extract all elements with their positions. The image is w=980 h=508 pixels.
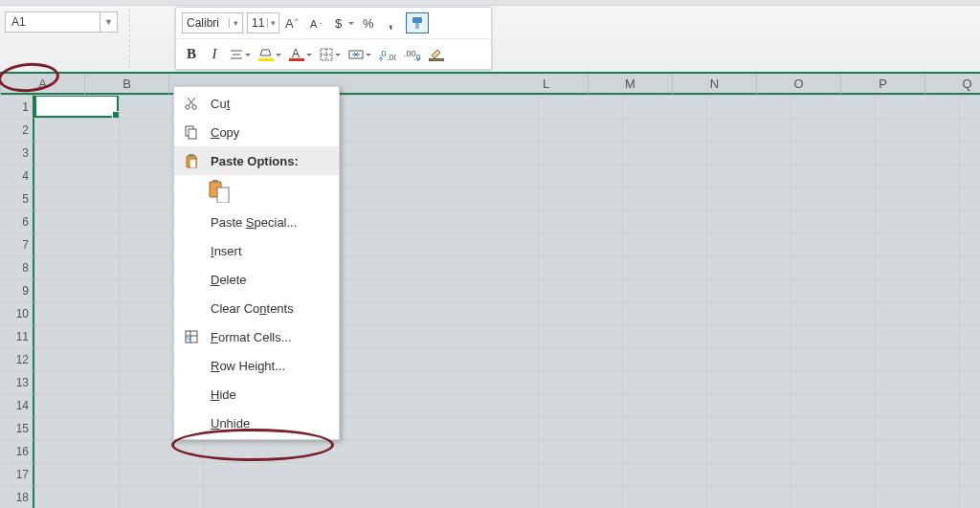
painter-swatch bbox=[429, 58, 444, 61]
svg-text:^: ^ bbox=[295, 16, 299, 25]
paste-icon bbox=[209, 180, 230, 203]
row-header[interactable]: 12 bbox=[0, 347, 34, 370]
svg-text:A: A bbox=[310, 18, 318, 30]
context-menu-item-label: Delete bbox=[211, 273, 247, 287]
fill-color-swatch bbox=[258, 58, 274, 61]
row-header[interactable]: 13 bbox=[0, 370, 34, 393]
row-header[interactable]: 16 bbox=[0, 439, 34, 462]
font-size-combo[interactable]: 11 ▾ bbox=[247, 12, 279, 33]
row-header[interactable]: 14 bbox=[0, 393, 34, 416]
merge-center-button[interactable] bbox=[346, 43, 373, 66]
context-menu: CutCopyPaste Options:Paste Special...Ins… bbox=[173, 86, 340, 440]
svg-text:.0: .0 bbox=[379, 49, 387, 58]
window-titlebar-strip bbox=[0, 0, 980, 6]
row-header[interactable]: 3 bbox=[0, 141, 34, 164]
row-header[interactable]: 9 bbox=[0, 278, 34, 301]
svg-text:,: , bbox=[389, 16, 392, 30]
row-headers: 123456789101112131415161718 bbox=[0, 95, 34, 508]
svg-rect-27 bbox=[189, 159, 196, 168]
context-menu-item-label: Paste Options: bbox=[211, 154, 299, 168]
paintbrush-icon bbox=[410, 15, 425, 31]
context-menu-item[interactable]: Hide bbox=[174, 380, 339, 409]
accounting-number-format-button[interactable]: $ bbox=[333, 11, 356, 34]
align-center-button[interactable] bbox=[228, 43, 253, 66]
borders-button[interactable] bbox=[318, 43, 343, 66]
row-header[interactable]: 17 bbox=[0, 462, 34, 485]
context-menu-item[interactable]: Cut bbox=[174, 89, 339, 118]
paste-icon bbox=[182, 151, 201, 170]
format-painter-brush-button[interactable] bbox=[427, 43, 446, 66]
svg-point-22 bbox=[192, 105, 196, 109]
row-header[interactable]: 11 bbox=[0, 324, 34, 347]
row-header[interactable]: 8 bbox=[0, 255, 34, 278]
context-menu-item-label: Paste Special... bbox=[211, 215, 297, 230]
column-header[interactable]: M bbox=[589, 75, 673, 95]
context-menu-item-label: Clear Contents bbox=[211, 301, 294, 316]
svg-point-21 bbox=[186, 105, 189, 109]
row-header[interactable]: 2 bbox=[0, 118, 34, 141]
row-header[interactable]: 18 bbox=[0, 485, 34, 508]
brush-icon bbox=[430, 48, 443, 58]
row-header[interactable]: 15 bbox=[0, 416, 34, 439]
italic-button[interactable]: I bbox=[205, 43, 224, 66]
column-header[interactable]: L bbox=[504, 75, 589, 95]
comma-style-button[interactable]: , bbox=[383, 11, 402, 34]
svg-rect-8 bbox=[415, 23, 419, 29]
row-header[interactable]: 1 bbox=[0, 95, 34, 118]
row-header[interactable]: 7 bbox=[0, 232, 34, 255]
context-menu-item-label: Unhide bbox=[211, 416, 250, 431]
copy-icon bbox=[182, 122, 201, 142]
chevron-down-icon: ▾ bbox=[267, 18, 278, 28]
font-name-combo[interactable]: Calibri ▾ bbox=[182, 12, 243, 33]
context-menu-item[interactable]: Paste Options: bbox=[174, 146, 339, 175]
svg-text:%: % bbox=[363, 16, 374, 30]
bold-button[interactable]: B bbox=[182, 43, 201, 66]
context-menu-paste-option[interactable] bbox=[174, 175, 339, 208]
context-menu-item[interactable]: Unhide bbox=[174, 409, 339, 437]
fill-color-button[interactable] bbox=[256, 43, 283, 66]
column-header[interactable]: O bbox=[757, 75, 841, 95]
font-color-button[interactable]: A bbox=[287, 43, 314, 66]
context-menu-item[interactable]: %Format Cells... bbox=[174, 322, 339, 351]
decrease-font-size-button[interactable]: Aˇ bbox=[308, 11, 329, 34]
name-box[interactable]: A1 ▼ bbox=[5, 11, 118, 33]
context-menu-item-label: Hide bbox=[211, 387, 236, 402]
context-menu-item[interactable]: Clear Contents bbox=[174, 294, 339, 322]
align-icon bbox=[230, 49, 243, 60]
row-header[interactable]: 5 bbox=[0, 187, 34, 210]
context-menu-item[interactable]: Copy bbox=[174, 118, 339, 146]
context-menu-item[interactable]: Row Height... bbox=[174, 351, 339, 380]
percent-style-button[interactable]: % bbox=[360, 11, 379, 34]
column-header[interactable]: P bbox=[841, 75, 925, 95]
spreadsheet-grid: ABLMNOPQ 123456789101112131415161718 bbox=[0, 74, 980, 508]
decrease-decimal-button[interactable]: .00.0 bbox=[402, 43, 423, 66]
svg-text:A: A bbox=[292, 48, 300, 58]
merge-icon bbox=[348, 48, 364, 61]
row-header[interactable]: 10 bbox=[0, 301, 34, 324]
name-box-dropdown-icon[interactable]: ▼ bbox=[100, 12, 117, 32]
svg-rect-26 bbox=[189, 154, 194, 157]
context-menu-item[interactable]: Insert bbox=[174, 236, 339, 265]
column-header[interactable]: B bbox=[85, 75, 169, 95]
row-header[interactable]: 4 bbox=[0, 164, 34, 187]
column-header[interactable]: A bbox=[1, 75, 85, 95]
font-size-value: 11 bbox=[248, 16, 267, 30]
context-menu-item-label: Format Cells... bbox=[211, 330, 292, 344]
format-painter-button[interactable] bbox=[406, 12, 429, 33]
increase-font-size-button[interactable]: A^ bbox=[283, 11, 304, 34]
svg-rect-30 bbox=[217, 188, 229, 203]
mini-toolbar-area: A1 ▼ Calibri ▾ 11 ▾ A^ Aˇ $ % bbox=[0, 0, 980, 74]
column-header[interactable]: N bbox=[673, 75, 757, 95]
font-name-value: Calibri bbox=[183, 16, 229, 30]
svg-text:%: % bbox=[187, 336, 192, 342]
active-cell-a1[interactable] bbox=[34, 95, 119, 118]
context-menu-item[interactable]: Paste Special... bbox=[174, 208, 339, 236]
context-menu-item-label: Copy bbox=[211, 125, 239, 140]
toolbar-separator bbox=[129, 10, 130, 67]
column-header[interactable]: Q bbox=[925, 75, 980, 95]
svg-text:.0: .0 bbox=[413, 53, 421, 61]
row-header[interactable]: 6 bbox=[0, 210, 34, 232]
select-all-corner[interactable] bbox=[0, 75, 1, 96]
increase-decimal-button[interactable]: .0.00 bbox=[377, 43, 398, 66]
context-menu-item[interactable]: Delete bbox=[174, 265, 339, 294]
